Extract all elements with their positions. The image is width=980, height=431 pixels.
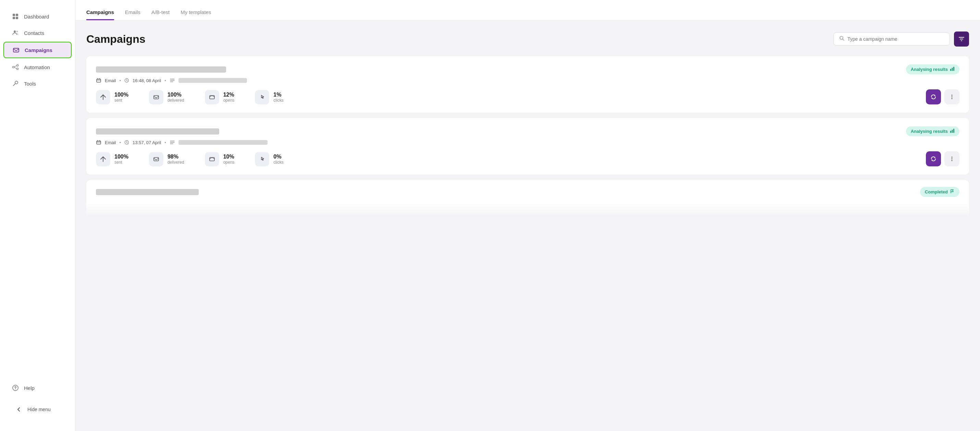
svg-rect-27	[952, 130, 953, 133]
stats-row-2: 100% sent 98% delivered	[96, 152, 959, 166]
sidebar-bottom: Hide menu	[0, 396, 75, 423]
status-text-2: Analysing results	[911, 129, 948, 134]
clicks-label-1: clicks	[274, 98, 283, 103]
main-content: Campaigns Emails A/B-test My templates C…	[75, 0, 980, 431]
svg-point-24	[951, 97, 953, 98]
chart-icon-2	[950, 128, 955, 134]
sidebar: Dashboard Contacts Campaigns	[0, 0, 75, 431]
campaign-title-blurred-3	[96, 189, 199, 195]
svg-rect-18	[953, 67, 954, 71]
search-box[interactable]	[834, 33, 950, 46]
svg-point-34	[951, 158, 953, 160]
meta-blurred-2	[178, 140, 267, 145]
sidebar-item-automation[interactable]: Automation	[3, 60, 72, 74]
svg-rect-22	[210, 95, 215, 99]
opens-label-1: opens	[223, 98, 235, 103]
campaign-card-2: Analysing results Email	[86, 118, 969, 174]
sent-label-1: sent	[115, 98, 129, 103]
contacts-icon	[12, 29, 19, 36]
stat-opens-2: 10% opens	[205, 152, 235, 166]
svg-point-13	[15, 389, 16, 390]
sidebar-item-dashboard[interactable]: Dashboard	[3, 9, 72, 24]
status-badge-3: Completed	[920, 187, 959, 197]
status-badge-1: Analysing results	[906, 64, 959, 74]
tab-bar: Campaigns Emails A/B-test My templates	[75, 0, 980, 21]
clicks-icon-2	[255, 152, 269, 166]
opens-icon-1	[205, 90, 219, 105]
hide-icon	[15, 406, 22, 412]
sidebar-item-help[interactable]: Help	[3, 380, 72, 395]
automation-icon	[12, 64, 19, 71]
sidebar-item-campaigns[interactable]: Campaigns	[3, 42, 72, 58]
svg-rect-19	[97, 79, 101, 82]
svg-rect-31	[154, 157, 159, 161]
tab-my-templates[interactable]: My templates	[181, 4, 211, 20]
sidebar-item-tools-label: Tools	[24, 81, 36, 87]
fade-overlay	[86, 203, 969, 217]
campaign-card-3: Completed	[86, 180, 969, 217]
sidebar-item-tools[interactable]: Tools	[3, 76, 72, 91]
card-actions-1	[926, 89, 959, 105]
more-button-2[interactable]	[944, 151, 959, 166]
svg-point-23	[951, 95, 953, 96]
svg-point-5	[16, 31, 18, 32]
sidebar-item-help-label: Help	[24, 385, 35, 391]
campaign-top-3: Completed	[96, 187, 959, 197]
refresh-button-2[interactable]	[926, 151, 941, 166]
filter-button[interactable]	[954, 32, 969, 46]
sent-value-1: 100%	[115, 92, 129, 98]
search-input[interactable]	[848, 36, 944, 42]
svg-point-7	[13, 67, 14, 68]
tab-campaigns[interactable]: Campaigns	[86, 4, 114, 20]
sent-label-2: sent	[115, 160, 129, 165]
svg-line-10	[13, 84, 16, 86]
opens-label-2: opens	[223, 160, 235, 165]
status-text-3: Completed	[925, 189, 948, 195]
campaign-top-1: Analysing results	[96, 64, 959, 74]
stat-opens-1: 12% opens	[205, 90, 235, 105]
svg-point-35	[951, 160, 953, 161]
stat-delivered-2: 98% delivered	[149, 152, 184, 166]
meta-blurred-1	[178, 78, 247, 83]
stat-clicks-1: 1% clicks	[255, 90, 283, 105]
refresh-button-1[interactable]	[926, 89, 941, 105]
content-header: Campaigns	[86, 32, 969, 46]
campaign-top-2: Analysing results	[96, 126, 959, 136]
delivered-label-1: delivered	[167, 98, 184, 103]
svg-rect-16	[950, 69, 951, 71]
tab-emails[interactable]: Emails	[125, 4, 140, 20]
tab-abtest[interactable]: A/B-test	[151, 4, 170, 20]
page-title: Campaigns	[86, 33, 145, 46]
svg-rect-6	[13, 48, 19, 52]
delivered-icon-1	[149, 90, 163, 105]
clicks-icon-1	[255, 90, 269, 105]
delivered-value-1: 100%	[167, 92, 184, 98]
svg-rect-26	[950, 131, 951, 133]
svg-rect-17	[952, 68, 953, 71]
more-button-1[interactable]	[944, 89, 959, 105]
clicks-value-2: 0%	[274, 154, 283, 160]
svg-point-25	[951, 98, 953, 99]
sidebar-item-contacts-label: Contacts	[24, 30, 44, 36]
svg-point-8	[17, 65, 19, 67]
sidebar-item-automation-label: Automation	[24, 64, 50, 70]
hide-menu-button[interactable]: Hide menu	[7, 402, 68, 417]
card-actions-2	[926, 151, 959, 166]
header-right	[834, 32, 969, 46]
sidebar-item-contacts[interactable]: Contacts	[3, 25, 72, 40]
svg-point-33	[951, 157, 953, 158]
campaign-date-1: 16:48, 08 April	[132, 78, 161, 83]
content-area: Campaigns	[75, 21, 980, 431]
svg-rect-29	[97, 141, 101, 144]
status-badge-2: Analysing results	[906, 126, 959, 136]
sent-icon-1	[96, 90, 110, 105]
svg-rect-21	[154, 95, 159, 99]
svg-point-9	[17, 68, 19, 70]
clicks-label-2: clicks	[274, 160, 283, 165]
tools-icon	[12, 80, 19, 87]
stat-sent-1: 100% sent	[96, 90, 129, 105]
delivered-icon-2	[149, 152, 163, 166]
campaign-meta-1: Email • 16:48, 08 April •	[96, 78, 959, 83]
svg-line-15	[843, 39, 844, 40]
campaign-title-blurred-2	[96, 128, 219, 135]
